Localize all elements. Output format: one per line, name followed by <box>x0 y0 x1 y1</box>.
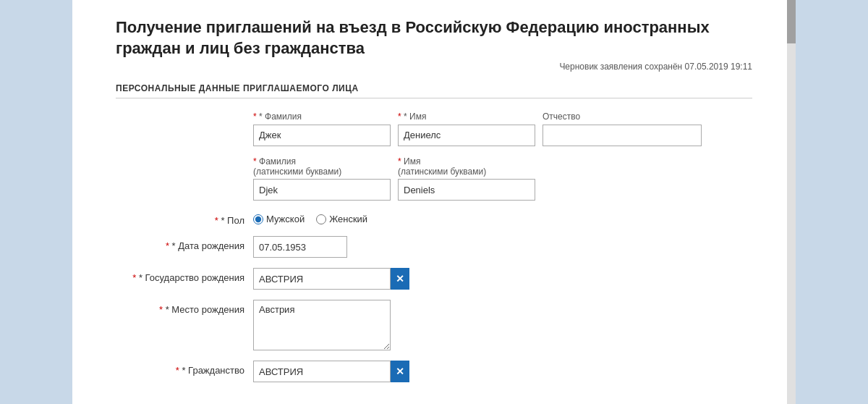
names-row: * * Фамилия * * Имя Отчество <box>116 111 752 146</box>
citizenship-fields: ✕ <box>253 361 752 382</box>
gender-radio-group: Мужской Женский <box>253 211 367 224</box>
firstname-latin-input[interactable] <box>398 179 535 201</box>
gender-label-col: * * Пол <box>116 211 253 226</box>
citizenship-clear-button[interactable]: ✕ <box>391 361 409 382</box>
lastname-latin-label-text: Фамилия <box>259 156 296 167</box>
firstname-latin-label: * Имя (латинскими буквами) <box>398 156 535 177</box>
gender-row: * * Пол Мужской Женский <box>116 211 752 226</box>
birthdate-required-star: * <box>166 240 169 251</box>
birthdate-label-text: * Дата рождения <box>172 240 244 251</box>
firstname-required-star: * <box>398 111 401 122</box>
citizenship-label-text: * Гражданство <box>182 365 244 376</box>
birthdate-label-col: * * Дата рождения <box>116 236 253 251</box>
lastname-input[interactable] <box>253 125 391 146</box>
draft-saved-text: Черновик заявления сохранён 07.05.2019 1… <box>116 62 752 72</box>
birth-country-input[interactable] <box>253 268 391 290</box>
gender-female-label: Женский <box>329 214 367 224</box>
firstname-latin-required-star: * <box>398 156 401 167</box>
birth-country-row: * * Государство рождения ✕ <box>116 268 752 290</box>
lastname-latin-input[interactable] <box>253 179 391 201</box>
names-label-spacer <box>116 111 253 116</box>
gender-male-option[interactable]: Мужской <box>253 214 305 224</box>
names-latin-label-spacer <box>116 156 253 161</box>
patronymic-label: Отчество <box>542 111 702 122</box>
firstname-group: * * Имя <box>398 111 535 146</box>
lastname-latin-group: * Фамилия (латинскими буквами) <box>253 156 391 201</box>
firstname-label-text: * Имя <box>404 111 426 122</box>
lastname-required-star: * <box>253 111 257 122</box>
page-title: Получение приглашений на въезд в Российс… <box>116 17 752 59</box>
lastname-label: * * Фамилия <box>253 111 391 122</box>
birth-country-label-text: * Государство рождения <box>139 272 244 283</box>
patronymic-group: Отчество <box>542 111 702 146</box>
birth-place-required-star: * <box>159 304 163 315</box>
names-fields: * * Фамилия * * Имя Отчество <box>253 111 702 146</box>
gender-label-text: * Пол <box>221 215 244 226</box>
lastname-latin-required-star: * <box>253 156 257 167</box>
birth-place-fields: Австрия <box>253 300 752 350</box>
gender-female-option[interactable]: Женский <box>316 214 367 224</box>
birth-place-row: * * Место рождения Австрия <box>116 300 752 350</box>
firstname-input[interactable] <box>398 125 535 146</box>
gender-female-radio[interactable] <box>316 214 326 224</box>
firstname-latin-group: * Имя (латинскими буквами) <box>398 156 535 201</box>
birth-country-clear-button[interactable]: ✕ <box>391 268 409 290</box>
firstname-latin-label-text: Имя <box>404 156 420 167</box>
lastname-group: * * Фамилия <box>253 111 391 146</box>
citizenship-select-group: ✕ <box>253 361 409 382</box>
birthdate-input[interactable] <box>253 236 347 258</box>
birth-country-required-star: * <box>132 272 136 283</box>
birth-place-label-col: * * Место рождения <box>116 300 253 315</box>
citizenship-required-star: * <box>176 365 179 376</box>
firstname-label: * * Имя <box>398 111 535 122</box>
citizenship-row: * * Гражданство ✕ <box>116 361 752 382</box>
birth-country-select-group: ✕ <box>253 268 409 290</box>
page-container: Получение приглашений на въезд в Российс… <box>72 0 796 404</box>
birth-place-textarea[interactable]: Австрия <box>253 300 391 350</box>
birthdate-row: * * Дата рождения <box>116 236 752 258</box>
lastname-label-text: * Фамилия <box>259 111 302 122</box>
gender-male-label: Мужской <box>266 214 305 224</box>
scrollbar-track[interactable] <box>787 0 796 404</box>
patronymic-input[interactable] <box>542 125 702 146</box>
citizenship-clear-icon: ✕ <box>396 366 404 377</box>
citizenship-input[interactable] <box>253 361 391 382</box>
birth-place-label-text: * Место рождения <box>166 304 244 315</box>
names-latin-row: * Фамилия (латинскими буквами) * Имя (ла… <box>116 156 752 201</box>
birth-country-label-col: * * Государство рождения <box>116 268 253 283</box>
firstname-latin-sublabel: (латинскими буквами) <box>398 167 486 177</box>
gender-male-radio[interactable] <box>253 214 263 224</box>
birth-country-clear-icon: ✕ <box>396 273 404 285</box>
lastname-latin-sublabel: (латинскими буквами) <box>253 167 341 177</box>
scrollbar-thumb[interactable] <box>787 0 796 43</box>
birth-country-fields: ✕ <box>253 268 752 290</box>
citizenship-label-col: * * Гражданство <box>116 361 253 376</box>
gender-required-star: * <box>215 215 218 226</box>
names-latin-fields: * Фамилия (латинскими буквами) * Имя (ла… <box>253 156 535 201</box>
birthdate-fields <box>253 236 752 258</box>
lastname-latin-label: * Фамилия (латинскими буквами) <box>253 156 391 177</box>
section-header: ПЕРСОНАЛЬНЫЕ ДАННЫЕ ПРИГЛАШАЕМОГО ЛИЦА <box>116 83 752 98</box>
